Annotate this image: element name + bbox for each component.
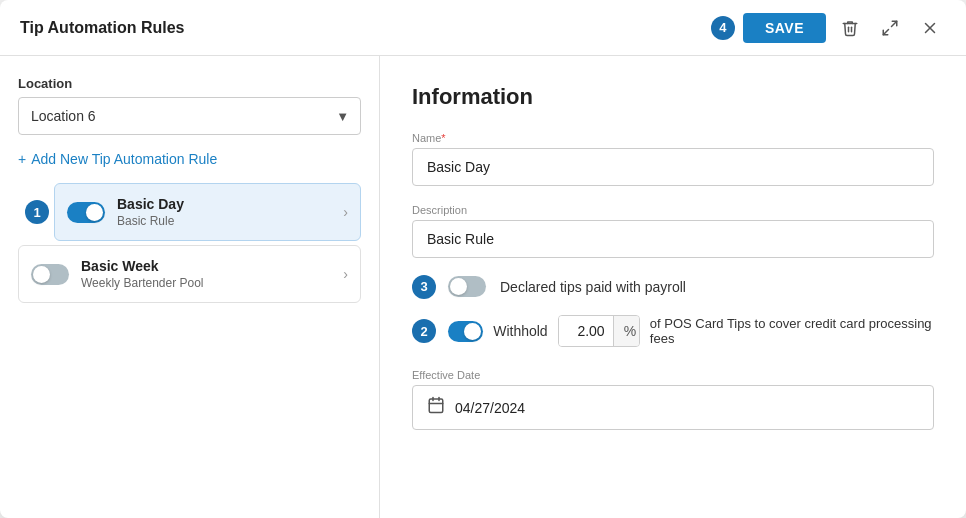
rule2-sub: Weekly Bartender Pool: [81, 276, 335, 290]
expand-icon: [881, 19, 899, 37]
effective-date-value: 04/27/2024: [455, 400, 525, 416]
rule-list: 1 Basic Day Basic Rule ›: [18, 183, 361, 303]
location-select[interactable]: Location 6: [18, 97, 361, 135]
expand-button[interactable]: [874, 15, 906, 41]
toggle-knob: [86, 204, 103, 221]
toggle-on[interactable]: [67, 202, 105, 223]
rule2-info: Basic Week Weekly Bartender Pool: [81, 258, 335, 290]
header-actions: 4 SAVE: [711, 13, 946, 43]
rule-item[interactable]: 1 Basic Day Basic Rule ›: [54, 183, 361, 241]
rule-item[interactable]: Basic Week Weekly Bartender Pool ›: [18, 245, 361, 303]
withhold-label: Withhold: [493, 323, 547, 339]
effective-date-field: Effective Date 04/27/2024: [412, 369, 934, 430]
step3-badge: 3: [412, 275, 436, 299]
step2-badge: 2: [412, 319, 436, 343]
rule1-info: Basic Day Basic Rule: [117, 196, 335, 228]
declared-tips-label: Declared tips paid with payroll: [500, 279, 686, 295]
location-label: Location: [18, 76, 361, 91]
description-field: Description: [412, 204, 934, 258]
save-button[interactable]: SAVE: [743, 13, 826, 43]
rule2-name: Basic Week: [81, 258, 335, 274]
rule1-sub: Basic Rule: [117, 214, 335, 228]
svg-line-1: [883, 29, 888, 34]
withhold-toggle[interactable]: [448, 321, 483, 342]
withhold-input-wrap: %: [558, 315, 640, 347]
description-label: Description: [412, 204, 934, 216]
sidebar: Location Location 6 ▼ + Add New Tip Auto…: [0, 56, 380, 518]
modal-header: Tip Automation Rules 4 SAVE: [0, 0, 966, 56]
plus-icon: +: [18, 151, 26, 167]
toggle-knob: [450, 278, 467, 295]
modal-body: Location Location 6 ▼ + Add New Tip Auto…: [0, 56, 966, 518]
chevron-right-icon: ›: [343, 266, 348, 282]
name-field: Name*: [412, 132, 934, 186]
modal-title: Tip Automation Rules: [20, 19, 184, 37]
withhold-suffix: of POS Card Tips to cover credit card pr…: [650, 316, 934, 346]
rule1-name: Basic Day: [117, 196, 335, 212]
toggle-off[interactable]: [31, 264, 69, 285]
withhold-value-input[interactable]: [559, 316, 613, 346]
close-button[interactable]: [914, 15, 946, 41]
effective-date-wrapper[interactable]: 04/27/2024: [412, 385, 934, 430]
delete-button[interactable]: [834, 15, 866, 41]
name-input[interactable]: [412, 148, 934, 186]
svg-rect-4: [429, 399, 443, 413]
add-new-rule-button[interactable]: + Add New Tip Automation Rule: [18, 151, 361, 167]
name-label: Name*: [412, 132, 934, 144]
withhold-pct: %: [613, 316, 640, 346]
rule2-toggle[interactable]: [31, 264, 69, 285]
modal-container: Tip Automation Rules 4 SAVE: [0, 0, 966, 518]
declared-tips-toggle[interactable]: [448, 276, 486, 297]
effective-date-label: Effective Date: [412, 369, 934, 381]
toggle-knob: [464, 323, 481, 340]
description-input[interactable]: [412, 220, 934, 258]
rule1-toggle[interactable]: [67, 202, 105, 223]
chevron-right-icon: ›: [343, 204, 348, 220]
calendar-icon: [427, 396, 445, 419]
location-select-wrapper: Location 6 ▼: [18, 97, 361, 135]
declared-tips-row: 3 Declared tips paid with payroll: [448, 276, 934, 297]
trash-icon: [841, 19, 859, 37]
location-section: Location Location 6 ▼: [18, 76, 361, 135]
close-icon: [921, 19, 939, 37]
step1-badge: 1: [25, 200, 49, 224]
withhold-row: 2 Withhold % of POS Card Tips to cover c…: [448, 315, 934, 347]
svg-line-0: [892, 21, 897, 26]
step4-badge: 4: [711, 16, 735, 40]
toggle-knob: [33, 266, 50, 283]
section-title: Information: [412, 84, 934, 110]
main-content: Information Name* Description 3 Declared…: [380, 56, 966, 518]
